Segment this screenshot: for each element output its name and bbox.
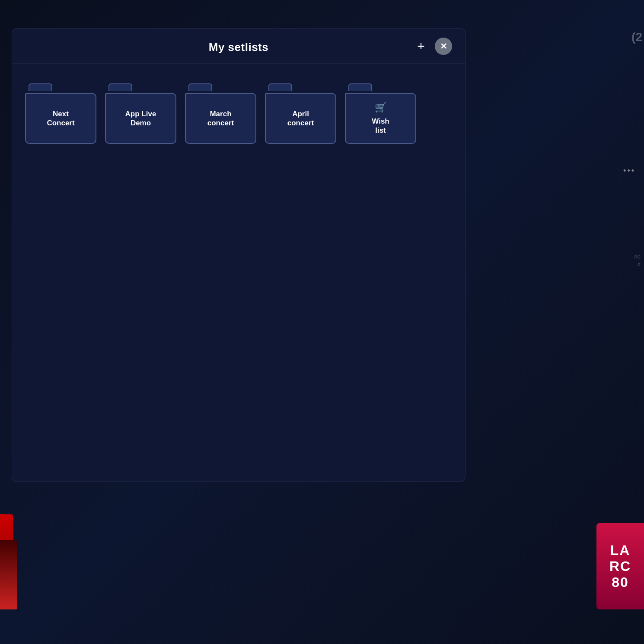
folder-body-next-concert: NextConcert [25,93,96,144]
close-modal-button[interactable]: ✕ [435,38,452,55]
cart-icon: 🛒 [375,102,386,113]
folder-tab-march-concert [188,83,212,91]
folder-tab-app-live-demo [108,83,132,91]
bg-bottom-right-text-la: LA [610,542,631,558]
folder-shape-april-concert: Aprilconcert [265,83,336,144]
modal-body: NextConcert App LiveDemo March [12,64,465,481]
folder-label-next-concert: NextConcert [43,109,78,128]
modal-title: My setlists [209,41,268,54]
more-options-dots[interactable]: ••• [623,166,635,175]
folder-tab-april-concert [268,83,292,91]
bg-bottom-right-text-80: 80 [612,574,629,590]
setlists-grid: NextConcert App LiveDemo March [25,77,452,144]
folder-next-concert[interactable]: NextConcert [25,77,96,144]
folder-shape-march-concert: Marchconcert [185,83,256,144]
folder-body-wish-list: 🛒 Wishlist [345,93,416,144]
folder-label-app-live-demo: App LiveDemo [122,109,160,128]
folder-shape-app-live-demo: App LiveDemo [105,83,176,144]
folder-label-wish-list: Wishlist [368,117,392,135]
bg-right-side-text: ned [634,253,641,268]
folder-body-app-live-demo: App LiveDemo [105,93,176,144]
bg-bottom-right-accent: LA RC 80 [596,523,644,609]
folder-tab-wish-list [348,83,372,91]
folder-app-live-demo[interactable]: App LiveDemo [105,77,176,144]
bg-bottom-right-text-rc: RC [609,558,631,574]
add-setlist-button[interactable]: + [412,38,430,55]
folder-label-april-concert: Aprilconcert [284,109,317,128]
folder-april-concert[interactable]: Aprilconcert [265,77,336,144]
folder-body-april-concert: Aprilconcert [265,93,336,144]
bg-bottom-left-accent [0,540,17,609]
folder-shape-next-concert: NextConcert [25,83,96,144]
folder-tab-next-concert [29,83,52,91]
modal-action-buttons: + ✕ [412,38,452,55]
folder-wish-list[interactable]: 🛒 Wishlist [345,77,416,144]
bg-top-right-text: (2 [622,30,644,44]
folder-march-concert[interactable]: Marchconcert [185,77,256,144]
folder-body-march-concert: Marchconcert [185,93,256,144]
folder-label-march-concert: Marchconcert [204,109,237,128]
modal-header: My setlists + ✕ [12,29,465,64]
folder-shape-wish-list: 🛒 Wishlist [345,83,416,144]
setlists-modal: My setlists + ✕ NextConcert [12,28,465,482]
